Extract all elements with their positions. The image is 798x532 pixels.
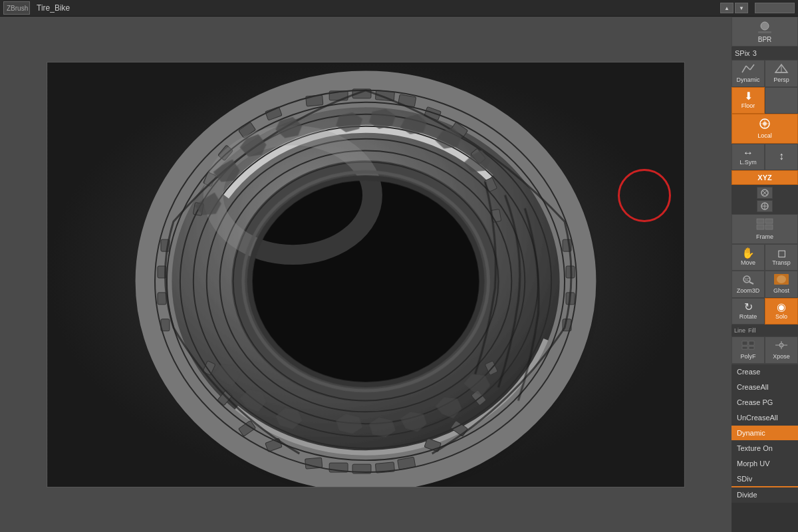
svg-text:ZBrush: ZBrush (7, 5, 28, 12)
nav-slider[interactable] (755, 3, 795, 13)
bpr-label: BPR (758, 36, 772, 43)
rotate-btn[interactable]: ↻ Rotate (732, 298, 765, 325)
move-transp-row: ✋ Move ◻ Transp (732, 244, 798, 271)
dynamic-menu-item[interactable]: Dynamic (732, 426, 798, 441)
dynamic-menu-label: Dynamic (737, 429, 765, 437)
spix-label: SPix (735, 49, 750, 57)
viewport-frame[interactable] (47, 62, 685, 487)
lsym-row: ↔ L.Sym ↕ (732, 144, 798, 170)
svg-rect-91 (757, 219, 764, 223)
zoom3d-ghost-row: 3D Zoom3D Ghost (732, 271, 798, 298)
polyf-xpose-row: PolyF Xpose (732, 336, 798, 364)
local-label: Local (757, 133, 772, 140)
nav-down-arrow[interactable]: ▼ (735, 3, 748, 13)
rotate-label: Rotate (739, 314, 757, 321)
sym-icon-2[interactable] (757, 200, 773, 212)
divide-menu-item[interactable]: Divide (732, 487, 798, 503)
svg-point-100 (777, 275, 786, 283)
svg-rect-104 (742, 346, 747, 349)
floor-label: Floor (741, 103, 755, 110)
spix-row: SPix 3 (732, 47, 798, 60)
bpr-icon (755, 20, 775, 36)
crease-label: Crease (737, 368, 760, 376)
persp-label: Persp (773, 77, 789, 84)
logo: ZBrush (3, 1, 30, 15)
nav-up-arrow[interactable]: ▲ (720, 3, 733, 13)
solo-label: Solo (775, 314, 787, 321)
textureon-label: Texture On (737, 444, 773, 452)
move-label: Move (741, 260, 755, 267)
xyz-label: XYZ (757, 174, 771, 182)
creaseall-label: CreaseAll (737, 383, 769, 391)
creaseall-menu-item[interactable]: CreaseAll (732, 380, 798, 395)
ghost-label: Ghost (773, 288, 789, 295)
dynamic-label: Dynamic (736, 77, 759, 84)
top-bar: ZBrush Tire_Bike ▲ ▼ (0, 0, 798, 17)
move-btn[interactable]: ✋ Move (732, 244, 765, 271)
rotate-solo-row: ↻ Rotate ◉ Solo (732, 298, 798, 325)
svg-rect-75 (758, 31, 771, 33)
ghost-btn[interactable]: Ghost (765, 271, 798, 298)
uncreaseall-menu-item[interactable]: UnCreaseAll (732, 410, 798, 426)
svg-rect-92 (765, 219, 773, 223)
fill-label: Fill (748, 327, 756, 334)
crease-menu-item[interactable]: Crease (732, 364, 798, 380)
morphuv-label: Morph UV (737, 460, 770, 467)
floor-btn[interactable]: ⬇ Floor (732, 87, 765, 114)
creasepg-label: Crease PG (737, 398, 773, 406)
persp-btn[interactable]: Persp (765, 60, 798, 87)
dynamic-btn[interactable]: Dynamic (732, 60, 765, 87)
right-panel: BPR SPix 3 Dynamic (732, 17, 798, 532)
transp-btn[interactable]: ◻ Transp (765, 244, 798, 271)
textureon-menu-item[interactable]: Texture On (732, 441, 798, 456)
lsym2-btn[interactable]: ↕ (765, 144, 798, 170)
spix-value: 3 (753, 49, 757, 57)
dynamic-persp-row: Dynamic Persp (732, 60, 798, 87)
xyz-button[interactable]: XYZ (732, 170, 798, 185)
local-btn[interactable]: Local (732, 114, 798, 144)
xpose-label: Xpose (773, 354, 790, 360)
viewport-area[interactable] (0, 17, 732, 532)
svg-rect-93 (757, 225, 764, 229)
svg-rect-40 (158, 292, 166, 304)
lsym-btn[interactable]: ↔ L.Sym (732, 144, 765, 170)
zoom3d-label: Zoom3D (737, 288, 760, 295)
xyz-floor-row: ⬇ Floor (732, 87, 798, 114)
solo-btn[interactable]: ◉ Solo (765, 298, 798, 325)
svg-rect-94 (765, 225, 773, 229)
creasepg-menu-item[interactable]: Crease PG (732, 395, 798, 410)
tire-render (47, 63, 684, 487)
morphuv-menu-item[interactable]: Morph UV (732, 456, 798, 471)
bpr-button[interactable]: BPR (732, 17, 798, 47)
transp-label: Transp (772, 260, 791, 267)
svg-text:3D: 3D (744, 277, 750, 282)
nav-arrows: ▲ ▼ (720, 3, 748, 13)
svg-rect-103 (749, 341, 754, 345)
svg-rect-105 (749, 346, 754, 349)
polyf-btn[interactable]: PolyF (732, 336, 765, 364)
divide-label: Divide (737, 491, 757, 499)
main-layout: BPR SPix 3 Dynamic (0, 17, 798, 532)
sdiv-menu-item[interactable]: SDiv (732, 471, 798, 487)
line-fill-row: Line Fill (732, 325, 798, 336)
sdiv-label: SDiv (737, 475, 752, 483)
model-name: Tire_Bike (37, 3, 70, 13)
xpose-btn[interactable]: Xpose (765, 336, 798, 364)
zoom3d-btn[interactable]: 3D Zoom3D (732, 271, 765, 298)
svg-rect-102 (742, 341, 747, 345)
svg-point-109 (779, 343, 783, 347)
dummy-btn[interactable] (765, 87, 798, 114)
sym-row (732, 185, 798, 214)
polyf-label: PolyF (740, 354, 755, 360)
line-label: Line (734, 327, 745, 334)
lsym-label: L.Sym (739, 160, 757, 166)
svg-point-74 (761, 22, 769, 30)
sym-icon-1[interactable] (757, 187, 773, 199)
frame-label: Frame (756, 234, 773, 241)
uncreaseall-label: UnCreaseAll (737, 414, 778, 422)
frame-btn[interactable]: Frame (732, 214, 798, 244)
